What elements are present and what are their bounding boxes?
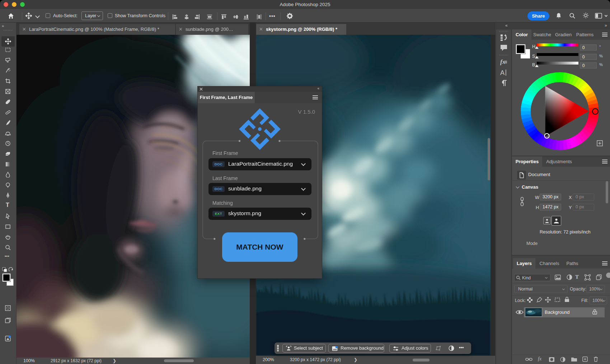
svg-text:A: A (500, 69, 505, 76)
